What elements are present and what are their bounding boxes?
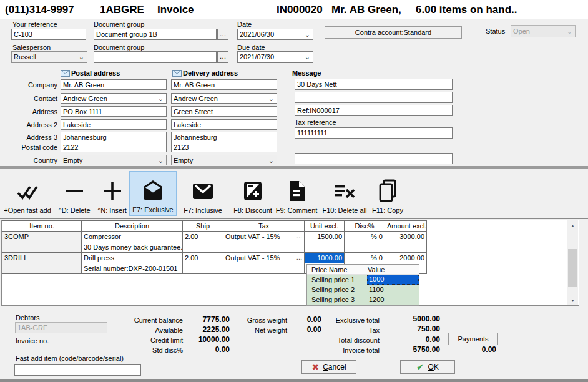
available-label: Available <box>155 326 183 334</box>
postal-contact-select[interactable]: Andrew Green ⌄ <box>61 93 167 104</box>
cell-tax[interactable]: Output VAT - 15%... <box>223 232 305 242</box>
document-group1-lookup-button[interactable]: … <box>217 29 228 40</box>
cell-unit-excl[interactable] <box>305 242 345 253</box>
postal-company-field[interactable]: Mr. AB Green <box>61 79 167 90</box>
price-option-row[interactable]: Selling price 1 1000 <box>307 275 419 285</box>
delivery-company-field[interactable]: Mr. AB Green <box>171 79 277 90</box>
your-reference-field[interactable]: C-103 <box>11 29 86 40</box>
cell-tax[interactable]: Output VAT - 15%... <box>223 253 305 263</box>
cell-amount-excl[interactable]: 2000.00 <box>385 253 427 263</box>
cell-item[interactable] <box>2 263 82 274</box>
price-lookup-popup: Price Name Value Selling price 1 1000 Se… <box>306 264 419 306</box>
ellipsis-icon: … <box>220 52 227 60</box>
cell-disc[interactable] <box>345 242 385 253</box>
total-discount-value: 0.00 <box>426 335 440 344</box>
cancel-button-label: Cancel <box>323 363 346 371</box>
tax-reference-field[interactable]: 111111111 <box>295 127 453 139</box>
message-extra-field[interactable] <box>295 153 453 164</box>
cell-unit-excl[interactable]: 1500.00 <box>305 232 345 242</box>
delivery-address2-field[interactable]: Lakeside <box>171 119 277 130</box>
scroll-up-icon[interactable]: ▲ <box>567 220 578 230</box>
toolbar-delete-button[interactable]: ^D: Delete <box>54 171 95 216</box>
cell-ship[interactable]: 2.00 <box>183 232 223 242</box>
ok-button[interactable]: ✔ OK <box>400 360 455 374</box>
document-group2-field[interactable] <box>94 51 217 63</box>
delivery-address-field[interactable]: Green Street <box>171 106 277 117</box>
postal-country-select[interactable]: Empty ⌄ <box>61 155 167 165</box>
cell-disc[interactable]: % 0 <box>345 232 385 242</box>
delivery-postal-code-field[interactable]: 2123 <box>171 142 277 152</box>
scroll-down-icon[interactable]: ▼ <box>567 295 578 305</box>
due-date-select[interactable]: 2021/07/30 ⌄ <box>237 51 313 63</box>
toolbar-insert-button[interactable]: ^N: Insert <box>95 171 129 216</box>
col-item-no: Item no. <box>2 221 82 232</box>
cell-ship[interactable]: 2.00 <box>183 253 223 263</box>
cell-amount-excl[interactable]: 3000.00 <box>385 232 427 242</box>
chevron-down-icon: ⌄ <box>305 30 310 39</box>
available-value: 2225.00 <box>203 325 230 334</box>
grid-scrollbar[interactable]: ▲ ▼ <box>567 220 578 305</box>
address2-label: Address 2 <box>26 121 57 129</box>
tax-lookup-icon[interactable]: ... <box>296 253 302 261</box>
cell-tax[interactable] <box>223 263 305 274</box>
price-name: Selling price 3 <box>311 295 355 305</box>
postal-address-field[interactable]: PO Box 1111 <box>61 106 167 117</box>
salesperson-select[interactable]: Russell ⌄ <box>11 51 87 63</box>
cell-item[interactable] <box>2 242 82 253</box>
cell-unit-excl-selected[interactable]: 1000.00 <box>305 253 345 263</box>
message-line2-field[interactable] <box>295 92 453 103</box>
list-x-icon <box>332 177 357 205</box>
cell-description[interactable]: Compressor <box>82 232 183 242</box>
toolbar-open-fast-add-button[interactable]: +Open fast add <box>1 171 54 216</box>
date-select[interactable]: 2021/06/30 ⌄ <box>237 29 313 40</box>
exclusive-total-label: Exclusive total <box>336 316 380 324</box>
delivery-contact-select[interactable]: Andrew Green ⌄ <box>171 93 277 104</box>
cell-tax[interactable] <box>223 242 305 253</box>
message-line1-field[interactable]: 30 Days Nett <box>295 79 453 90</box>
postal-address2-field[interactable]: Lakeside <box>61 119 167 130</box>
cell-description[interactable]: Drill press <box>82 253 183 263</box>
price-option-row[interactable]: Selling price 3 1200 <box>307 295 419 305</box>
toolbar-copy-button[interactable]: F11: Copy <box>366 171 409 216</box>
toolbar-delete-all-button[interactable]: F10: Delete all <box>316 171 373 216</box>
cell-description[interactable]: Serial number:DXP-200-01501 <box>82 263 183 274</box>
price-value-selected[interactable]: 1000 <box>367 275 419 285</box>
cancel-button[interactable]: ✖ Cancel <box>301 360 356 374</box>
cell-item[interactable]: 3COMP <box>2 232 82 242</box>
delivery-address3-field[interactable]: Johannesburg <box>171 132 277 142</box>
postal-code-field[interactable]: 2122 <box>61 142 167 152</box>
cell-amount-excl[interactable] <box>385 242 427 253</box>
col-unit-excl: Unit excl. <box>305 221 345 232</box>
message-line3-field[interactable]: Ref:IN000017 <box>295 105 453 116</box>
payments-button[interactable]: Payments <box>448 333 498 345</box>
cell-disc[interactable]: % 0 <box>345 253 385 263</box>
cell-ship[interactable] <box>183 242 223 253</box>
std-disc-label: Std disc% <box>152 346 183 354</box>
cell-ship[interactable] <box>183 263 223 274</box>
toolbar-inclusive-button[interactable]: F7: Inclusive <box>179 171 227 216</box>
document-group1-field[interactable]: Document group 1B <box>94 29 217 40</box>
toolbar-discount-button[interactable]: F8: Discount <box>228 171 277 216</box>
current-balance-value: 7775.00 <box>203 315 230 324</box>
credit-limit-value: 10000.00 <box>198 335 230 344</box>
ellipsis-icon: … <box>220 30 227 37</box>
envelope-icon <box>61 70 70 77</box>
toolbar-exclusive-button[interactable]: F7: Exclusive <box>129 171 177 216</box>
toolbar-comment-button[interactable]: F9: Comment <box>272 171 321 216</box>
cell-description[interactable]: 30 Days money back guarantee. <box>82 242 183 253</box>
contra-account-button[interactable]: Contra account:Standard <box>325 26 462 39</box>
double-check-icon <box>16 177 39 205</box>
chevron-down-icon: ⌄ <box>567 26 572 37</box>
items-on-hand: 6.00 items on hand.. <box>416 4 517 16</box>
document-group2-lookup-button[interactable]: … <box>217 51 228 63</box>
col-amount-excl: Amount excl. <box>385 221 427 232</box>
cell-item[interactable]: 3DRILL <box>2 253 82 263</box>
scrollbar-thumb[interactable] <box>568 249 577 286</box>
fast-add-input[interactable] <box>14 364 141 376</box>
delivery-country-select[interactable]: Empty ⌄ <box>171 155 277 165</box>
postal-code-label: Postal code <box>22 144 57 151</box>
price-option-row[interactable]: Selling price 2 1100 <box>307 285 419 295</box>
postal-address3-field[interactable]: Johannesburg <box>61 132 167 142</box>
tax-lookup-icon[interactable]: ... <box>296 232 302 240</box>
plus-icon <box>102 177 123 205</box>
